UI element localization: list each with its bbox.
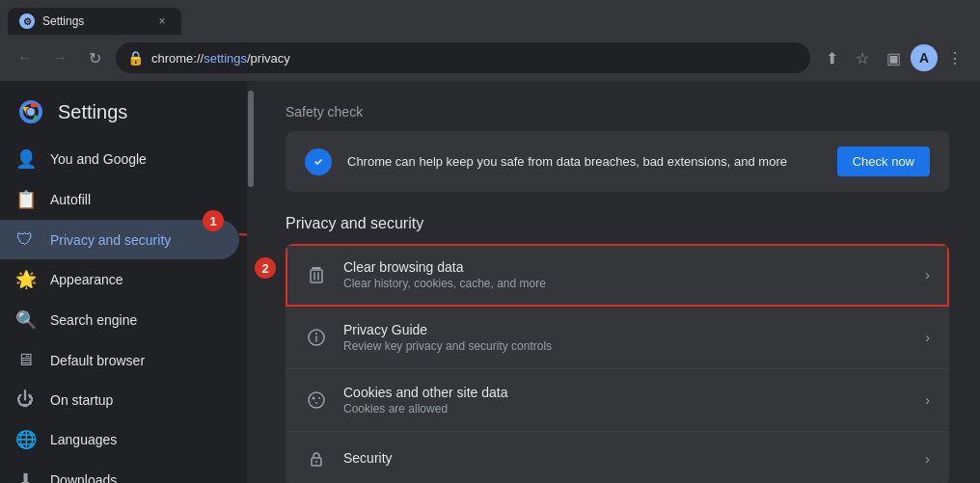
sidebar: Settings 👤 You and Google 📋 Autofill 🛡 P… [0, 81, 247, 483]
annotation-badge-1: 1 [203, 210, 224, 231]
svg-point-7 [315, 333, 317, 335]
appearance-icon: 🌟 [15, 269, 35, 290]
tab-title: Settings [42, 14, 84, 28]
chevron-right-icon: › [925, 392, 930, 408]
safety-shield-icon [305, 148, 332, 175]
window-button[interactable]: ▣ [880, 44, 907, 71]
url-bar[interactable]: 🔒 chrome://settings/privacy [116, 42, 810, 73]
sidebar-scrollbar-thumb[interactable] [248, 91, 254, 187]
globe-icon: 🌐 [15, 429, 35, 450]
privacy-guide-text: Privacy Guide Review key privacy and sec… [343, 322, 910, 353]
sidebar-item-label: Languages [50, 432, 117, 447]
autofill-icon: 📋 [15, 189, 35, 210]
secure-icon: 🔒 [127, 50, 144, 66]
shield-check-svg [310, 153, 327, 171]
sidebar-scrollbar-track[interactable] [247, 81, 255, 483]
settings-item-privacy-guide[interactable]: Privacy Guide Review key privacy and sec… [286, 307, 949, 369]
svg-point-11 [315, 402, 317, 404]
chevron-right-icon: › [925, 451, 930, 467]
settings-list: Clear browsing data Clear history, cooki… [286, 244, 949, 483]
safety-check-card: Chrome can help keep you safe from data … [286, 131, 949, 192]
clear-browsing-data-subtitle: Clear history, cookies, cache, and more [343, 277, 910, 290]
sidebar-item-label: Autofill [50, 192, 91, 207]
active-tab[interactable]: ⚙ Settings × [8, 8, 181, 35]
tab-favicon: ⚙ [19, 13, 35, 29]
addressbar-actions: ⬆ ☆ ▣ A ⋮ [818, 44, 968, 71]
sidebar-item-on-startup[interactable]: ⏻ On startup [0, 380, 239, 419]
person-icon: 👤 [15, 148, 35, 170]
reload-button[interactable]: ↻ [81, 44, 108, 71]
clear-browsing-data-text: Clear browsing data Clear history, cooki… [343, 259, 910, 290]
settings-item-security[interactable]: Security › [286, 432, 949, 483]
lock-svg [307, 449, 326, 469]
url-text: chrome://settings/privacy [151, 51, 799, 66]
bookmark-button[interactable]: ☆ [849, 44, 876, 71]
cookie-svg [307, 390, 326, 410]
search-icon: 🔍 [15, 309, 35, 331]
settings-list-wrapper: 2 Clear browsing data Clear history, coo… [286, 244, 949, 483]
sidebar-item-label: You and Google [50, 151, 147, 167]
chevron-right-icon: › [925, 267, 930, 282]
sidebar-header: Settings [0, 85, 247, 139]
trash-svg [307, 265, 326, 284]
share-button[interactable]: ⬆ [818, 44, 845, 71]
sidebar-item-search-engine[interactable]: 🔍 Search engine [0, 300, 239, 340]
sidebar-settings-title: Settings [58, 101, 127, 123]
security-title: Security [343, 450, 910, 466]
cookies-text: Cookies and other site data Cookies are … [343, 385, 910, 416]
address-bar: ← → ↻ 🔒 chrome://settings/privacy ⬆ ☆ ▣ … [0, 35, 980, 81]
privacy-guide-icon [305, 326, 328, 349]
download-icon: ⬇ [15, 470, 35, 483]
safety-check-description: Chrome can help keep you safe from data … [347, 154, 822, 169]
sidebar-item-label: Search engine [50, 312, 137, 328]
power-icon: ⏻ [15, 389, 35, 410]
privacy-guide-title: Privacy Guide [343, 322, 910, 337]
settings-item-cookies[interactable]: Cookies and other site data Cookies are … [286, 369, 949, 432]
sidebar-item-you-and-google[interactable]: 👤 You and Google [0, 139, 239, 179]
url-settings-highlight: settings [204, 51, 247, 66]
sidebar-item-label: Default browser [50, 353, 145, 368]
settings-item-clear-browsing-data[interactable]: Clear browsing data Clear history, cooki… [286, 244, 949, 307]
profile-button[interactable]: A [911, 44, 938, 71]
lock-icon [305, 447, 328, 470]
sidebar-item-default-browser[interactable]: 🖥 Default browser [0, 340, 239, 380]
title-bar: ⚙ Settings × [0, 0, 980, 35]
chrome-logo-icon [15, 96, 46, 127]
sidebar-item-label: Appearance [50, 272, 123, 287]
svg-point-10 [318, 397, 320, 399]
cookies-title: Cookies and other site data [343, 385, 910, 400]
svg-point-8 [309, 392, 324, 408]
shield-icon: 🛡 [15, 229, 35, 250]
safety-check-section-title: Safety check [286, 104, 949, 120]
sidebar-item-languages[interactable]: 🌐 Languages [0, 419, 239, 460]
tab-area: ⚙ Settings × [8, 0, 972, 35]
chevron-right-icon: › [925, 330, 930, 345]
annotation-badge-2: 2 [255, 257, 276, 279]
sidebar-item-autofill[interactable]: 📋 Autofill [0, 179, 239, 220]
cookies-subtitle: Cookies are allowed [343, 402, 910, 416]
privacy-guide-subtitle: Review key privacy and security controls [343, 339, 910, 353]
content-area: Safety check Chrome can help keep you sa… [255, 81, 980, 483]
check-now-button[interactable]: Check now [837, 147, 930, 176]
sidebar-item-downloads[interactable]: ⬇ Downloads [0, 460, 239, 483]
clear-browsing-data-title: Clear browsing data [343, 259, 910, 275]
sidebar-item-label: On startup [50, 392, 113, 408]
security-text: Security [343, 450, 910, 468]
sidebar-item-label: Privacy and security [50, 232, 171, 248]
sidebar-item-appearance[interactable]: 🌟 Appearance [0, 259, 239, 300]
privacy-section-title: Privacy and security [286, 215, 949, 232]
svg-point-4 [27, 108, 35, 116]
cookie-icon [305, 389, 328, 412]
back-button[interactable]: ← [12, 44, 39, 71]
tab-close-button[interactable]: × [154, 13, 170, 29]
forward-button[interactable]: → [46, 44, 73, 71]
svg-point-9 [313, 397, 315, 400]
menu-button[interactable]: ⋮ [941, 44, 968, 71]
svg-point-13 [315, 461, 317, 463]
privacy-guide-svg [307, 328, 326, 347]
trash-icon [305, 263, 328, 286]
svg-rect-5 [311, 270, 322, 282]
sidebar-item-label: Downloads [50, 472, 117, 483]
main-content: Settings 👤 You and Google 📋 Autofill 🛡 P… [0, 81, 980, 483]
sidebar-item-privacy-and-security[interactable]: 🛡 Privacy and security 1 [0, 220, 239, 259]
